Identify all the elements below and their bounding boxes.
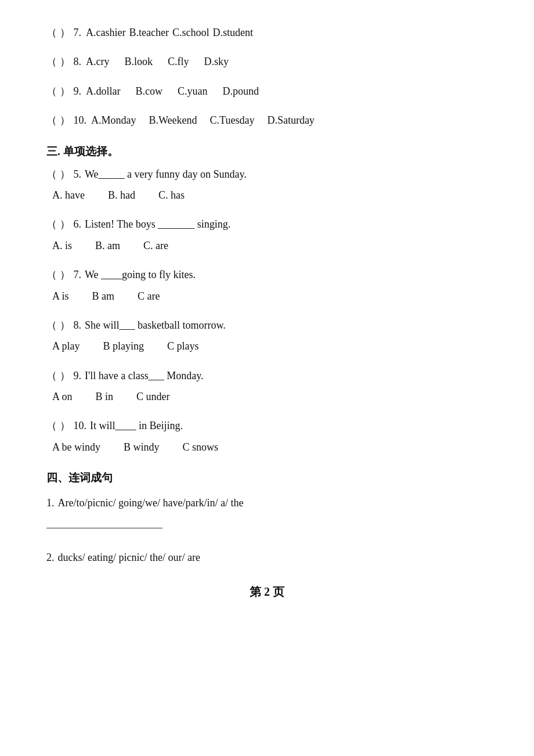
s3-num-8: 8. [74,316,82,334]
s3-text-10: It will____ in Beijing. [90,416,183,435]
s3-num-7: 7. [74,265,82,284]
paren-10: （ ） [46,111,70,129]
s3-opt-9a: A on [52,387,73,406]
s3-question-8: （ ） 8. She will___ basketball tomorrow. … [46,316,488,356]
num-10: 10. [74,111,87,129]
s3-text-8: She will___ basketball tomorrow. [85,316,226,334]
s3-opt-10a: A be windy [52,438,100,456]
section-three-title: 三. 单项选择。 [46,144,488,159]
s3-opt-6c: C. are [143,236,168,255]
s3-opt-5b: B. had [108,186,135,204]
page-number: 第 2 页 [250,585,284,598]
question-7: （ ） 7. A.cashier B.teacher C.school D.st… [46,23,488,42]
s4-num-1: 1. [46,494,55,512]
s3-opt-5a: A. have [52,186,85,204]
paren-8: （ ） [46,52,70,71]
s3-question-7: （ ） 7. We ____going to fly kites. A is B… [46,265,488,305]
s3-text-6: Listen! The boys _______ singing. [85,215,230,233]
option-7b: B.teacher [129,23,168,42]
s3-text-5: We_____ a very funny day on Sunday. [85,165,247,183]
s3-opt-7b: B am [92,287,115,305]
option-9c: C.yuan [178,82,208,100]
section-four: 四、连词成句 1. Are/to/picnic/ going/we/ have/… [46,470,488,567]
s3-opt-7c: C are [138,287,160,305]
num-9: 9. [74,82,82,100]
question-9: （ ） 9. A.dollar B.cow C.yuan D.pound [46,82,488,100]
s4-num-2: 2. [46,548,55,567]
s4-text-2: ducks/ eating/ picnic/ the/ our/ are [58,548,200,567]
section-three: 三. 单项选择。 （ ） 5. We_____ a very funny day… [46,144,488,457]
option-7c: C.school [172,23,210,42]
s3-opt-6a: A. is [52,236,72,255]
s3-num-5: 5. [74,165,82,183]
option-8d: D.sky [204,52,229,71]
option-10d: D.Saturday [267,111,314,129]
option-8c: C.fly [168,52,189,71]
s3-opt-5c: C. has [158,186,185,204]
s3-paren-7: （ ） [46,265,70,284]
s3-question-5: （ ） 5. We_____ a very funny day on Sunda… [46,165,488,205]
s3-opt-8a: A play [52,337,80,355]
s3-question-9: （ ） 9. I'll have a class___ Monday. A on… [46,366,488,406]
option-8b: B.look [124,52,153,71]
s3-paren-6: （ ） [46,215,70,233]
num-7: 7. [74,23,82,42]
paren-9: （ ） [46,82,70,100]
question-10: （ ） 10. A.Monday B.Weekend C.Tuesday D.S… [46,111,488,129]
s3-paren-10: （ ） [46,416,70,435]
s3-text-9: I'll have a class___ Monday. [85,366,204,385]
s4-answer-line-1 [46,528,163,528]
s4-question-2: 2. ducks/ eating/ picnic/ the/ our/ are [46,548,488,567]
option-8a: A.cry [86,52,109,71]
s3-num-10: 10. [74,416,87,435]
s4-question-1: 1. Are/to/picnic/ going/we/ have/park/in… [46,494,488,538]
s3-opt-8b: B playing [103,337,145,355]
paren-7: （ ） [46,23,70,42]
s3-opt-7a: A is [52,287,69,305]
question-8: （ ） 8. A.cry B.look C.fly D.sky [46,52,488,71]
s3-opt-8c: C plays [167,337,199,355]
section-four-title: 四、连词成句 [46,470,488,485]
s4-text-1: Are/to/picnic/ going/we/ have/park/in/ a… [58,494,244,512]
s3-paren-8: （ ） [46,316,70,334]
s3-opt-6b: B. am [95,236,120,255]
s3-opt-9c: C under [136,387,170,406]
option-7a: A.cashier [86,23,125,42]
s3-opt-10c: C snows [183,438,219,456]
s3-opt-10b: B windy [124,438,160,456]
num-8: 8. [74,52,82,71]
s3-paren-5: （ ） [46,165,70,183]
s3-num-6: 6. [74,215,82,233]
option-9a: A.dollar [86,82,120,100]
s3-text-7: We ____going to fly kites. [85,265,196,284]
s3-num-9: 9. [74,366,82,385]
s3-opt-9b: B in [96,387,114,406]
option-10c: C.Tuesday [210,111,255,129]
option-9b: B.cow [135,82,163,100]
s3-question-10: （ ） 10. It will____ in Beijing. A be win… [46,416,488,456]
section-two: （ ） 7. A.cashier B.teacher C.school D.st… [46,23,488,130]
page-footer: 第 2 页 [46,584,488,600]
option-7d: D.student [212,23,253,42]
option-10b: B.Weekend [149,111,197,129]
s3-paren-9: （ ） [46,366,70,385]
option-9d: D.pound [222,82,259,100]
option-10a: A.Monday [91,111,136,129]
s3-question-6: （ ） 6. Listen! The boys _______ singing.… [46,215,488,255]
